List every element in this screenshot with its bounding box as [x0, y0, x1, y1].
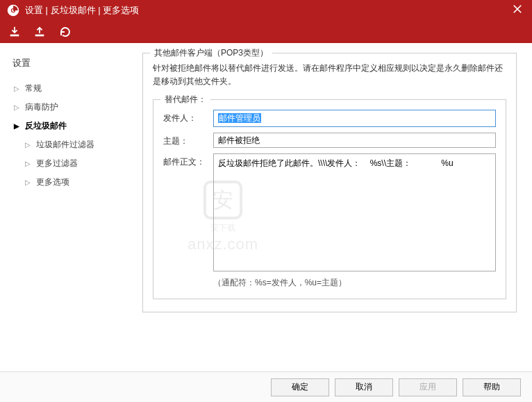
window-title: 设置 | 反垃圾邮件 | 更多选项 [25, 4, 510, 17]
groupbox-replacement-mail: 替代邮件： 发件人： 邮件管理员 主题： 邮件正文： （通配符：%s=发件人，% [153, 99, 506, 299]
sidebar-item-label: 反垃圾邮件 [25, 120, 67, 132]
chevron-right-icon: ▷ [25, 141, 33, 149]
chevron-right-icon: ▷ [14, 103, 22, 111]
content-panel: 其他邮件客户端（POP3类型） 针对被拒绝邮件将以替代邮件进行发送。请在邮件程序… [135, 43, 532, 371]
sidebar-heading: 设置 [13, 57, 128, 69]
subject-label: 主题： [163, 133, 213, 147]
sidebar-item-label: 垃圾邮件过滤器 [36, 139, 94, 151]
sidebar-item-label: 常规 [25, 83, 42, 94]
wildcard-hint: （通配符：%s=发件人，%u=主题） [213, 277, 496, 289]
sidebar-item-antispam[interactable]: ▶ 反垃圾邮件 [13, 117, 128, 135]
help-button[interactable]: 帮助 [463, 378, 521, 396]
sidebar-item-more-options[interactable]: ▷ 更多选项 [24, 173, 128, 192]
body-textarea[interactable] [213, 153, 496, 271]
sidebar-subtree: ▷ 垃圾邮件过滤器 ▷ 更多过滤器 ▷ 更多选项 [13, 135, 128, 192]
chevron-right-icon: ▷ [14, 85, 22, 92]
svg-rect-3 [35, 35, 44, 37]
toolbar [0, 21, 532, 43]
sender-row: 发件人： 邮件管理员 [163, 110, 496, 127]
close-icon[interactable] [510, 4, 525, 17]
export-icon[interactable] [33, 26, 46, 38]
import-icon[interactable] [8, 26, 21, 38]
sidebar-item-more-filters[interactable]: ▷ 更多过滤器 [24, 154, 128, 173]
titlebar: G 设置 | 反垃圾邮件 | 更多选项 [0, 0, 532, 21]
sidebar-item-spam-filter[interactable]: ▷ 垃圾邮件过滤器 [24, 135, 128, 154]
sidebar-item-general[interactable]: ▷ 常规 [13, 79, 128, 98]
ok-button[interactable]: 确定 [271, 378, 329, 396]
chevron-right-icon: ▶ [14, 122, 22, 130]
subject-row: 主题： [163, 133, 496, 148]
sidebar-item-label: 病毒防护 [25, 101, 58, 113]
sidebar: 设置 ▷ 常规 ▷ 病毒防护 ▶ 反垃圾邮件 ▷ 垃圾邮件过滤器 ▷ 更多过滤器… [0, 43, 135, 371]
groupbox-title: 其他邮件客户端（POP3类型） [150, 47, 272, 59]
apply-button[interactable]: 应用 [399, 378, 457, 396]
sender-label: 发件人： [163, 110, 213, 124]
reset-icon[interactable] [58, 25, 72, 39]
app-logo-icon: G [7, 4, 19, 17]
svg-rect-2 [10, 35, 19, 37]
svg-text:G: G [10, 7, 15, 14]
sidebar-item-virus[interactable]: ▷ 病毒防护 [13, 98, 128, 117]
chevron-right-icon: ▷ [25, 160, 33, 167]
chevron-right-icon: ▷ [25, 178, 33, 186]
sender-input[interactable]: 邮件管理员 [213, 110, 496, 127]
body-label: 邮件正文： [163, 153, 213, 168]
main-area: 设置 ▷ 常规 ▷ 病毒防护 ▶ 反垃圾邮件 ▷ 垃圾邮件过滤器 ▷ 更多过滤器… [0, 43, 532, 371]
footer: 确定 取消 应用 帮助 [0, 371, 532, 402]
cancel-button[interactable]: 取消 [335, 378, 393, 396]
groupbox-pop3: 其他邮件客户端（POP3类型） 针对被拒绝邮件将以替代邮件进行发送。请在邮件程序… [142, 53, 517, 312]
inner-groupbox-title: 替代邮件： [160, 94, 210, 106]
subject-input[interactable] [213, 133, 496, 148]
sidebar-item-label: 更多过滤器 [36, 158, 78, 169]
description-text: 针对被拒绝邮件将以替代邮件进行发送。请在邮件程序中定义相应规则以决定是永久删除邮… [153, 62, 506, 88]
sidebar-item-label: 更多选项 [36, 176, 69, 188]
body-row: 邮件正文： [163, 153, 496, 271]
